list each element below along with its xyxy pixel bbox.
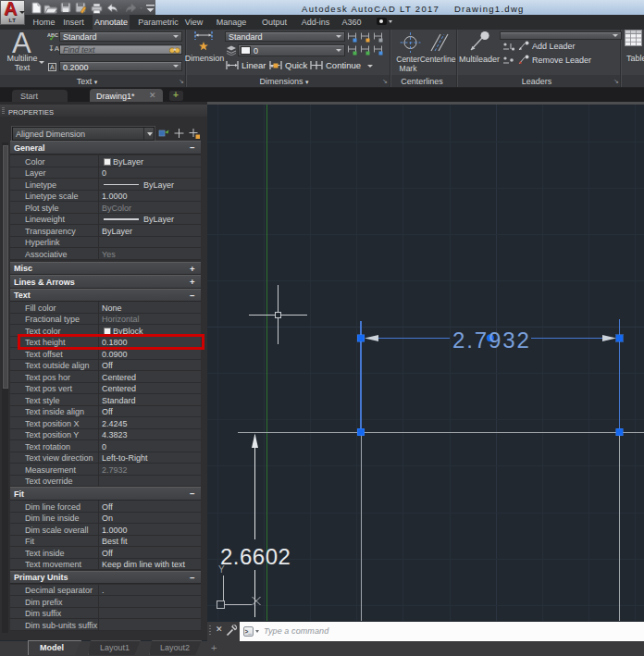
svg-text:2.6602: 2.6602	[220, 544, 291, 569]
svg-text:Y: Y	[218, 564, 225, 575]
svg-text:2.7932: 2.7932	[452, 328, 531, 353]
